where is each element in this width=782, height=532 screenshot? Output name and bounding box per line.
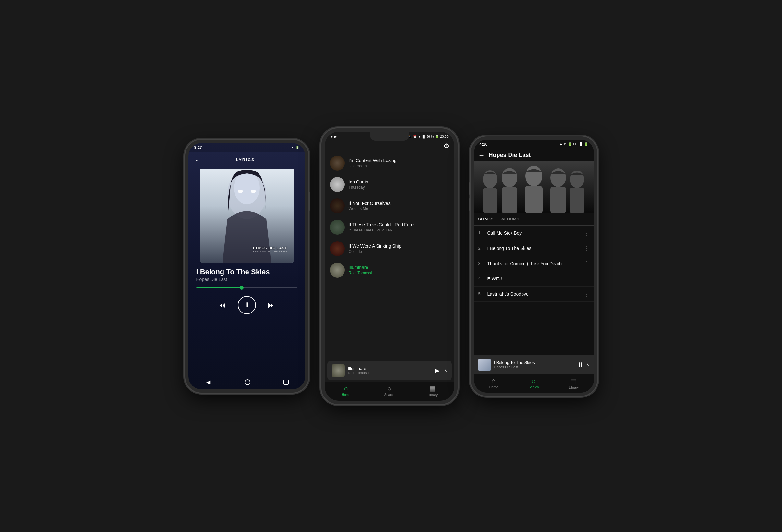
- table-row[interactable]: 1 Call Me Sick Boy ⋮: [474, 226, 594, 241]
- table-row[interactable]: 3 Thanks for Coming (I Like You Dead) ⋮: [474, 256, 594, 271]
- song-number-3: 3: [478, 261, 485, 266]
- volume-up-button[interactable]: [184, 185, 185, 198]
- notch: [370, 131, 409, 141]
- home-nav-icon-3: ⌂: [492, 377, 496, 384]
- settings-button[interactable]: ⚙: [325, 141, 454, 152]
- song-number-2: 2: [478, 246, 485, 251]
- nav-library-2[interactable]: ▤ Library: [411, 384, 454, 397]
- recents-nav-button[interactable]: [283, 380, 289, 385]
- list-item[interactable]: I'm Content With Losing Underoath ⋮: [325, 152, 454, 174]
- mini-expand-button[interactable]: ∧: [444, 368, 447, 373]
- svg-point-4: [251, 190, 256, 193]
- search-nav-icon-3: ⌕: [532, 377, 535, 384]
- power-button-3[interactable]: [597, 188, 598, 208]
- song-artist-1: Underoath: [349, 164, 437, 168]
- tab-albums[interactable]: ALBUMS: [501, 213, 519, 225]
- song-thumb-2: [330, 177, 345, 192]
- song-list: I'm Content With Losing Underoath ⋮ Ian …: [325, 152, 454, 359]
- song-more-4[interactable]: ⋮: [583, 275, 589, 282]
- library-nav-label-2: Library: [428, 393, 438, 397]
- next-button[interactable]: ⏭: [268, 301, 275, 310]
- volume-down-button[interactable]: [184, 201, 185, 214]
- song-menu-2[interactable]: ⋮: [441, 180, 449, 189]
- bottom-nav-3: ⌂ Home ⌕ Search ▤ Library: [474, 374, 594, 392]
- nav-search-2[interactable]: ⌕ Search: [368, 384, 411, 397]
- phone-2-screen: ▶ ▶ 📱 ⏰ ▼ ▊ 66 % 🔋 23:30 ⚙: [325, 131, 454, 401]
- song-info-4: If These Trees Could - Red Fore.. If The…: [349, 222, 437, 232]
- mini-play-button[interactable]: ▶: [435, 367, 439, 374]
- progress-thumb[interactable]: [240, 286, 244, 290]
- volume-up-button-2[interactable]: [320, 174, 321, 187]
- progress-bar-container[interactable]: [188, 284, 305, 291]
- wifi-icon-2: ▼: [418, 135, 421, 139]
- song-title-1: I'm Content With Losing: [349, 158, 437, 163]
- artist-mini-player[interactable]: I Belong To The Skies Hopes Die Last ∧: [474, 355, 594, 374]
- song-info-2: Ian Curtis Thursday: [349, 179, 437, 190]
- prev-button[interactable]: ⏮: [218, 301, 226, 310]
- song-more-3[interactable]: ⋮: [583, 260, 589, 267]
- pause-button-3[interactable]: [579, 363, 582, 367]
- tab-songs[interactable]: SONGS: [478, 213, 494, 225]
- back-button[interactable]: ←: [478, 151, 485, 159]
- more-options-icon[interactable]: ···: [292, 156, 298, 163]
- nav-search-3[interactable]: ⌕ Search: [514, 377, 554, 389]
- nav-home-2[interactable]: ⌂ Home: [325, 384, 368, 397]
- song-more-5[interactable]: ⋮: [583, 291, 589, 298]
- volume-down-button-3[interactable]: [469, 198, 471, 211]
- pause-button[interactable]: ⏸: [238, 296, 256, 314]
- artist-mini-info: I Belong To The Skies Hopes Die Last: [494, 360, 576, 369]
- power-button[interactable]: [309, 192, 310, 211]
- song-artist-3: Woe, Is Me: [349, 206, 437, 211]
- song-more-1[interactable]: ⋮: [583, 230, 589, 237]
- nav-library-3[interactable]: ▤ Library: [554, 377, 594, 389]
- nav-home-3[interactable]: ⌂ Home: [474, 377, 514, 389]
- song-title-5: If We Were A Sinking Ship: [349, 243, 437, 249]
- song-menu-1[interactable]: ⋮: [441, 158, 449, 168]
- song-artist-4: If These Trees Could Talk: [349, 228, 437, 232]
- artist-song-title-1: Call Me Sick Boy: [485, 230, 583, 236]
- song-menu-5[interactable]: ⋮: [441, 244, 449, 254]
- status-time-1: 8:27: [194, 145, 202, 150]
- battery-pct: 66 %: [427, 135, 434, 139]
- home-nav-button[interactable]: [245, 379, 250, 385]
- song-menu-4[interactable]: ⋮: [441, 222, 449, 232]
- table-row[interactable]: 5 Lastniaht's Goodbve ⋮: [474, 287, 594, 302]
- mini-artist: Rolo Tomassi: [348, 371, 432, 375]
- bottom-nav-2: ⌂ Home ⌕ Search ▤ Library: [325, 382, 454, 401]
- settings-icon-3: ⚙: [564, 142, 567, 146]
- volume-up-button-3[interactable]: [469, 182, 471, 195]
- list-item[interactable]: If We Were A Sinking Ship Confide ⋮: [325, 238, 454, 259]
- song-info-3: If Not, For Ourselves Woe, Is Me: [349, 201, 437, 211]
- status-icons-3: ▶ ⚙ 🔋 LTE ▊ 🔋: [560, 142, 588, 146]
- play-icon-status: ▶: [330, 135, 333, 139]
- list-item[interactable]: If Not, For Ourselves Woe, Is Me ⋮: [325, 195, 454, 217]
- pause-bar-2: [581, 363, 582, 367]
- artist-mini-controls: ∧: [579, 362, 589, 367]
- album-name-art: HOPES DIE LAST: [253, 246, 287, 250]
- progress-track[interactable]: [196, 287, 297, 288]
- phone-3-screen: 4:26 ▶ ⚙ 🔋 LTE ▊ 🔋 ← Hopes Die Last: [474, 140, 594, 392]
- song-menu-6[interactable]: ⋮: [441, 265, 449, 275]
- artist-mini-artist: Hopes Die Last: [494, 365, 576, 369]
- artist-header: ← Hopes Die Last: [474, 149, 594, 161]
- pause-icon: ⏸: [244, 301, 250, 309]
- song-menu-3[interactable]: ⋮: [441, 201, 449, 211]
- list-item[interactable]: Ian Curtis Thursday ⋮: [325, 174, 454, 195]
- table-row[interactable]: 2 I Belong To The Skies ⋮: [474, 241, 594, 256]
- list-item[interactable]: Illuminare Rolo Tomassi ⋮: [325, 259, 454, 281]
- volume-down-button-2[interactable]: [320, 190, 321, 203]
- mini-controls: ▶ ∧: [435, 367, 447, 374]
- chevron-down-icon[interactable]: ⌄: [195, 157, 199, 163]
- svg-rect-11: [525, 186, 543, 213]
- song-more-2[interactable]: ⋮: [583, 245, 589, 252]
- song-thumb-6: [330, 263, 345, 277]
- mini-player[interactable]: Illuminare Rolo Tomassi ▶ ∧: [327, 361, 452, 380]
- table-row[interactable]: 4 EIWFU ⋮: [474, 271, 594, 287]
- list-item[interactable]: If These Trees Could - Red Fore.. If The…: [325, 217, 454, 238]
- battery-icon-3: 🔋: [568, 142, 572, 146]
- clock-time-2: 23:30: [440, 135, 448, 139]
- back-nav-button[interactable]: ◀: [205, 379, 211, 385]
- expand-button-3[interactable]: ∧: [586, 362, 589, 367]
- power-button-2[interactable]: [458, 180, 459, 200]
- status-bar-3: 4:26 ▶ ⚙ 🔋 LTE ▊ 🔋: [474, 140, 594, 149]
